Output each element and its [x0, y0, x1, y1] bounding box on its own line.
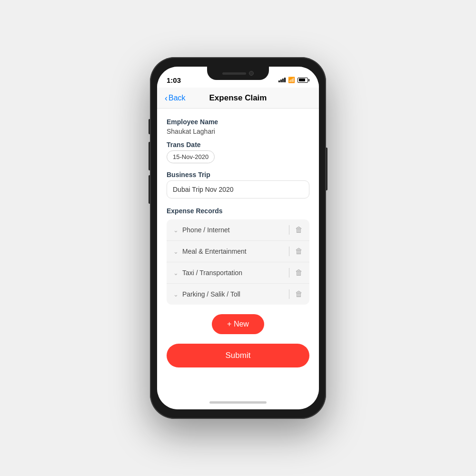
- expand-chevron-icon: ⌄: [173, 227, 178, 234]
- nav-bar: ‹ Back Expense Claim: [157, 88, 319, 109]
- divider: [289, 289, 289, 299]
- back-button[interactable]: ‹ Back: [165, 94, 186, 102]
- expense-records-label: Expense Records: [167, 207, 309, 215]
- employee-name-value: Shaukat Laghari: [167, 128, 309, 135]
- page-title: Expense Claim: [209, 93, 267, 103]
- expense-item-name: Meal & Entertainment: [182, 248, 289, 255]
- battery-icon: [298, 78, 309, 83]
- home-indicator: [157, 397, 319, 409]
- employee-name-label: Employee Name: [167, 118, 309, 126]
- business-trip-label: Business Trip: [167, 171, 309, 178]
- status-bar: 1:03 📶: [157, 67, 319, 88]
- content-area: Employee Name Shaukat Laghari Trans Date…: [157, 109, 319, 397]
- expense-item[interactable]: ⌄ Parking / Salik / Toll 🗑: [167, 284, 309, 305]
- divider: [289, 225, 289, 235]
- trans-date-label: Trans Date: [167, 141, 309, 149]
- expense-item-name: Phone / Internet: [182, 226, 289, 234]
- back-label: Back: [169, 94, 186, 102]
- expand-chevron-icon: ⌄: [173, 269, 178, 277]
- new-button[interactable]: + New: [212, 314, 264, 334]
- expense-item[interactable]: ⌄ Phone / Internet 🗑: [167, 219, 309, 241]
- phone-frame: 1:03 📶 ‹ Bac: [150, 57, 326, 419]
- wifi-icon: 📶: [288, 77, 295, 83]
- delete-icon[interactable]: 🗑: [295, 226, 303, 234]
- back-chevron-icon: ‹: [165, 94, 168, 102]
- expense-item[interactable]: ⌄ Meal & Entertainment 🗑: [167, 241, 309, 262]
- expense-item[interactable]: ⌄ Taxi / Transportation 🗑: [167, 262, 309, 284]
- notch: [207, 67, 269, 80]
- divider: [289, 268, 289, 278]
- trans-date-value[interactable]: 15-Nov-2020: [167, 150, 215, 163]
- home-bar: [209, 401, 267, 404]
- expand-chevron-icon: ⌄: [173, 248, 178, 255]
- delete-icon[interactable]: 🗑: [295, 247, 303, 256]
- status-icons: 📶: [278, 77, 309, 83]
- divider: [289, 247, 289, 256]
- delete-icon[interactable]: 🗑: [295, 290, 303, 298]
- expense-list: ⌄ Phone / Internet 🗑 ⌄ Meal & Entertainm…: [167, 219, 309, 305]
- phone-screen: 1:03 📶 ‹ Bac: [157, 67, 319, 409]
- delete-icon[interactable]: 🗑: [295, 268, 303, 277]
- expense-item-name: Taxi / Transportation: [182, 269, 289, 277]
- expense-item-name: Parking / Salik / Toll: [182, 290, 289, 298]
- expand-chevron-icon: ⌄: [173, 291, 178, 298]
- status-time: 1:03: [167, 76, 181, 84]
- business-trip-input[interactable]: [167, 180, 309, 198]
- signal-icon: [278, 78, 286, 82]
- submit-button[interactable]: Submit: [167, 344, 309, 367]
